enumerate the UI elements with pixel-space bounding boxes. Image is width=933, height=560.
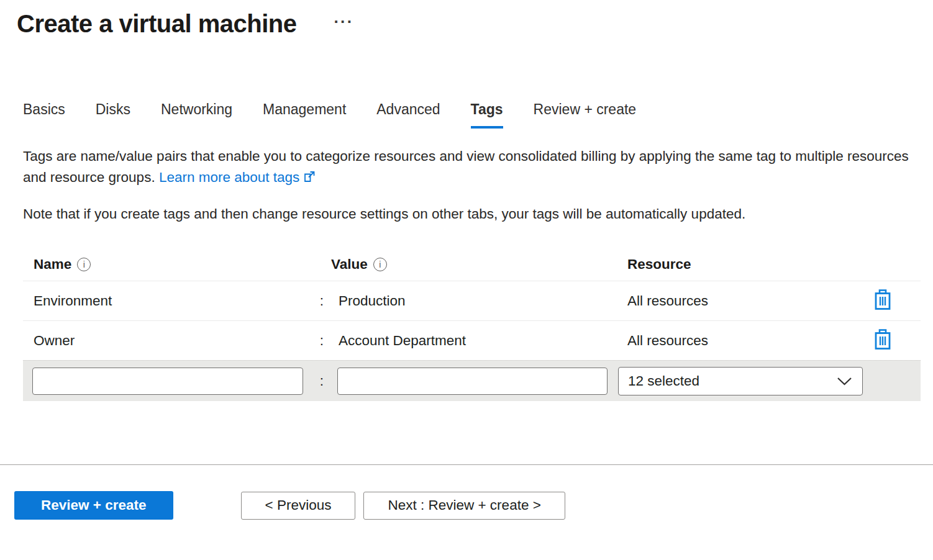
tag-value: Production (331, 293, 615, 309)
tag-name: Owner (23, 333, 312, 349)
new-tag-value-input[interactable] (337, 368, 608, 395)
delete-tag-button[interactable] (872, 328, 894, 353)
tab-management[interactable]: Management (263, 101, 346, 129)
tab-basics[interactable]: Basics (23, 101, 65, 129)
delete-tag-button[interactable] (872, 288, 894, 314)
separator-colon: : (312, 373, 331, 389)
trash-icon (873, 303, 892, 312)
tag-value: Account Department (331, 333, 615, 349)
value-header-label: Value (331, 256, 368, 273)
tags-table: Name i Value i Resource Environment : Pr… (23, 248, 921, 401)
learn-more-link[interactable]: Learn more about tags (159, 169, 316, 185)
table-header-row: Name i Value i Resource (23, 248, 921, 281)
chevron-down-icon (837, 373, 852, 389)
value-info-icon[interactable]: i (373, 258, 387, 271)
tags-description: Tags are name/value pairs that enable yo… (23, 146, 917, 189)
next-button[interactable]: Next : Review + create > (363, 492, 565, 520)
resource-select-value: 12 selected (628, 373, 699, 389)
tab-advanced[interactable]: Advanced (376, 101, 440, 129)
page-title: Create a virtual machine (17, 10, 296, 38)
name-info-icon[interactable]: i (77, 258, 91, 271)
tag-resource: All resources (615, 293, 860, 309)
tab-tags[interactable]: Tags (471, 101, 503, 129)
footer-divider (0, 464, 933, 465)
footer-action-bar: Review + create < Previous Next : Review… (0, 491, 933, 520)
more-options-button[interactable]: ··· (334, 14, 353, 30)
table-row: Environment : Production All resources (23, 281, 921, 320)
wizard-tab-bar: Basics Disks Networking Management Advan… (0, 101, 933, 129)
tag-name: Environment (23, 293, 312, 309)
column-header-name: Name i (23, 256, 312, 273)
separator-colon: : (312, 333, 331, 349)
tab-disks[interactable]: Disks (96, 101, 130, 129)
tab-networking[interactable]: Networking (161, 101, 232, 129)
tags-note: Note that if you create tags and then ch… (23, 206, 921, 222)
new-tag-name-input[interactable] (32, 368, 303, 395)
trash-icon (873, 343, 892, 352)
external-link-icon (303, 168, 316, 189)
new-tag-row: : 12 selected (23, 360, 921, 401)
resource-select-dropdown[interactable]: 12 selected (618, 367, 863, 395)
page-header: Create a virtual machine ··· (0, 0, 933, 38)
separator-colon: : (312, 293, 331, 309)
tab-review-create[interactable]: Review + create (534, 101, 637, 129)
tags-description-text: Tags are name/value pairs that enable yo… (23, 148, 909, 185)
previous-button[interactable]: < Previous (241, 492, 356, 520)
resource-header-label: Resource (627, 256, 691, 273)
column-header-resource: Resource (615, 256, 860, 273)
name-header-label: Name (34, 256, 71, 273)
learn-more-link-label: Learn more about tags (159, 169, 299, 185)
tag-resource: All resources (615, 333, 860, 349)
table-row: Owner : Account Department All resources (23, 320, 921, 360)
review-create-button[interactable]: Review + create (14, 491, 173, 520)
column-header-value: Value i (331, 256, 615, 273)
